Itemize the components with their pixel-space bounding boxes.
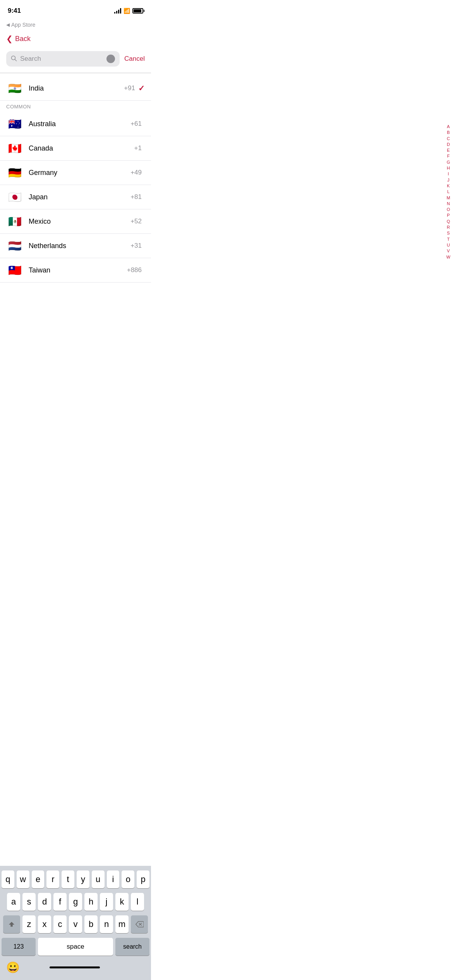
flag-india: 🇮🇳 bbox=[6, 82, 23, 95]
back-button[interactable]: ❮ Back bbox=[6, 34, 31, 43]
checkmark-icon: ✓ bbox=[138, 84, 145, 93]
app-store-back-arrow: ◀ bbox=[6, 22, 10, 27]
country-code-germany: +49 bbox=[130, 169, 142, 176]
status-time: 9:41 bbox=[8, 7, 21, 15]
flag-taiwan: 🇹🇼 bbox=[6, 264, 23, 277]
search-icon bbox=[11, 55, 17, 63]
country-code-taiwan: +886 bbox=[127, 266, 142, 274]
country-name-india: India bbox=[29, 84, 124, 93]
divider bbox=[0, 73, 151, 73]
back-label: Back bbox=[15, 35, 31, 43]
mic-icon bbox=[106, 55, 115, 63]
flag-mexico: 🇲🇽 bbox=[6, 215, 23, 228]
back-chevron-icon: ❮ bbox=[6, 34, 13, 43]
flag-netherlands: 🇳🇱 bbox=[6, 239, 23, 252]
app-store-back-label: App Store bbox=[11, 22, 35, 28]
back-row: ❮ Back bbox=[0, 33, 151, 48]
flag-japan: 🇯🇵 bbox=[6, 190, 23, 204]
country-code-mexico: +52 bbox=[130, 218, 142, 225]
country-item-japan[interactable]: 🇯🇵 Japan +81 bbox=[0, 185, 151, 209]
wifi-icon: 📶 bbox=[124, 8, 130, 14]
country-name-germany: Germany bbox=[29, 169, 130, 177]
search-row: Cancel bbox=[0, 48, 151, 70]
section-header-common: COMMON bbox=[0, 101, 151, 112]
country-name-japan: Japan bbox=[29, 193, 130, 201]
country-item-germany[interactable]: 🇩🇪 Germany +49 bbox=[0, 161, 151, 185]
country-item-canada[interactable]: 🇨🇦 Canada +1 bbox=[0, 136, 151, 161]
country-code-netherlands: +31 bbox=[130, 242, 142, 250]
country-name-taiwan: Taiwan bbox=[29, 266, 127, 274]
country-name-australia: Australia bbox=[29, 120, 130, 128]
flag-canada: 🇨🇦 bbox=[6, 142, 23, 155]
flag-australia: 🇦🇺 bbox=[6, 117, 23, 130]
country-name-mexico: Mexico bbox=[29, 218, 130, 226]
country-item-netherlands[interactable]: 🇳🇱 Netherlands +31 bbox=[0, 234, 151, 258]
flag-germany: 🇩🇪 bbox=[6, 166, 23, 179]
cancel-button[interactable]: Cancel bbox=[124, 55, 145, 63]
country-code-japan: +81 bbox=[130, 193, 142, 201]
signal-icon bbox=[114, 8, 121, 14]
svg-line-1 bbox=[15, 59, 17, 61]
country-name-netherlands: Netherlands bbox=[29, 242, 130, 250]
country-name-canada: Canada bbox=[29, 144, 134, 152]
country-item-taiwan[interactable]: 🇹🇼 Taiwan +886 bbox=[0, 258, 151, 283]
status-bar: 9:41 📶 bbox=[0, 0, 151, 19]
app-store-back-link[interactable]: ◀ App Store bbox=[6, 22, 35, 28]
app-store-nav: ◀ App Store bbox=[0, 19, 151, 33]
country-code-india: +91 bbox=[124, 84, 135, 92]
country-code-australia: +61 bbox=[130, 120, 142, 128]
country-list: 🇮🇳 India +91 ✓ COMMON 🇦🇺 Australia +61 🇨… bbox=[0, 76, 151, 283]
country-code-canada: +1 bbox=[134, 144, 142, 152]
country-item-india[interactable]: 🇮🇳 India +91 ✓ bbox=[0, 76, 151, 101]
battery-icon bbox=[132, 8, 143, 14]
status-icons: 📶 bbox=[114, 8, 143, 14]
search-input[interactable] bbox=[20, 55, 103, 63]
search-bar[interactable] bbox=[6, 51, 120, 67]
country-item-mexico[interactable]: 🇲🇽 Mexico +52 bbox=[0, 209, 151, 234]
country-item-australia[interactable]: 🇦🇺 Australia +61 bbox=[0, 112, 151, 136]
